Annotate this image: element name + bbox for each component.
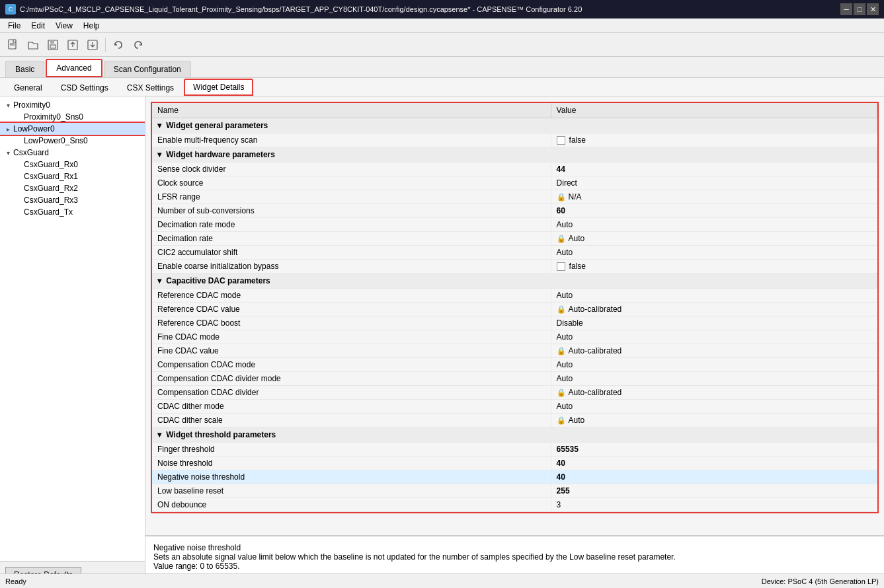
close-button[interactable]: ✕ [867, 3, 879, 15]
tab-csd-settings[interactable]: CSD Settings [52, 80, 117, 96]
tree-item-csxguard-tx[interactable]: CsxGuard_Tx [0, 206, 145, 218]
prop-value-neg-noise-threshold[interactable]: 40 [551, 470, 877, 484]
tree-item-csxguard-rx3[interactable]: CsxGuard_Rx3 [0, 194, 145, 206]
tab-basic[interactable]: Basic [5, 61, 44, 77]
empty-space [145, 519, 884, 535]
tree-item-csxguard-rx1[interactable]: CsxGuard_Rx1 [0, 170, 145, 182]
tab-scan-configuration[interactable]: Scan Configuration [104, 61, 191, 77]
tab-csx-settings[interactable]: CSX Settings [118, 80, 182, 96]
table-row: Fine CDAC value 🔒Auto-calibrated [152, 344, 877, 358]
tree-label-csxguard-rx2: CsxGuard_Rx2 [24, 184, 78, 193]
new-button[interactable] [4, 36, 22, 54]
prop-value-low-baseline-reset[interactable]: 255 [551, 484, 877, 498]
maximize-button[interactable]: □ [854, 3, 865, 15]
prop-name-comp-cdac-mode: Compensation CDAC mode [152, 358, 551, 372]
expand-icon-csxguard[interactable]: ▾ [3, 149, 13, 157]
prop-value-finger-threshold[interactable]: 65535 [551, 443, 877, 457]
prop-name-clock-source: Clock source [152, 176, 551, 190]
menu-view[interactable]: View [50, 20, 78, 32]
lock-icon-ref-cdac-value: 🔒 [557, 305, 566, 314]
title-bar: C C:/mtw/PSoC_4_MSCLP_CAPSENSE_Liquid_To… [0, 0, 884, 18]
menu-help[interactable]: Help [78, 20, 105, 32]
prop-value-num-sub-conv[interactable]: 60 [551, 204, 877, 218]
import-button[interactable] [83, 36, 102, 54]
tree-label-csxguard: CsxGuard [13, 148, 49, 157]
lock-icon-lfsr: 🔒 [557, 193, 566, 202]
expand-icon-proximity0[interactable]: ▾ [3, 102, 13, 109]
open-button[interactable] [24, 36, 42, 54]
prop-value-comp-cdac-mode[interactable]: Auto [551, 358, 877, 372]
prop-value-enable-multi-freq[interactable]: false [551, 133, 877, 147]
tree-label-proximity0-sns0: Proximity0_Sns0 [24, 112, 83, 122]
tree-item-csxguard-rx0[interactable]: CsxGuard_Rx0 [0, 159, 145, 170]
toolbar [0, 33, 884, 57]
expand-icon-lowpower0[interactable]: ▸ [3, 126, 13, 133]
prop-value-coarse-init[interactable]: false [551, 260, 877, 274]
tab-advanced[interactable]: Advanced [46, 59, 102, 77]
prop-value-comp-cdac-divider: 🔒Auto-calibrated [551, 386, 877, 400]
prop-name-sense-clock: Sense clock divider [152, 163, 551, 176]
table-row: CIC2 accumulator shift Auto [152, 246, 877, 260]
tree-label-csxguard-rx0: CsxGuard_Rx0 [24, 160, 78, 169]
collapse-icon-capacitive-dac[interactable]: ▾ [157, 276, 161, 285]
sub-tab-bar: General CSD Settings CSX Settings Widget… [0, 78, 884, 96]
tab-widget-details[interactable]: Widget Details [184, 79, 253, 96]
table-row: Reference CDAC boost Disable [152, 316, 877, 330]
prop-value-decimation-rate-mode[interactable]: Auto [551, 218, 877, 232]
expand-icon-lowpower0-sns0 [13, 137, 24, 145]
undo-button[interactable] [109, 36, 128, 54]
collapse-icon-widget-general[interactable]: ▾ [157, 121, 161, 130]
status-left: Ready [5, 577, 26, 585]
tree-item-csxguard[interactable]: ▾ CsxGuard [0, 147, 145, 159]
section-label-capacitive-dac: ▾ Capacitive DAC parameters [152, 274, 877, 289]
tab-general[interactable]: General [5, 80, 51, 96]
table-row: Reference CDAC value 🔒Auto-calibrated [152, 303, 877, 316]
collapse-icon-widget-threshold[interactable]: ▾ [157, 430, 161, 439]
prop-name-num-sub-conv: Number of sub-conversions [152, 204, 551, 218]
toolbar-separator-1 [105, 38, 106, 52]
prop-name-cdac-dither-scale: CDAC dither scale [152, 414, 551, 427]
detail-main: Name Value ▾ Widget general parameters [145, 96, 884, 535]
table-row: CDAC dither scale 🔒Auto [152, 414, 877, 427]
checkbox-coarse-init[interactable] [557, 262, 565, 271]
prop-name-cic2-shift: CIC2 accumulator shift [152, 246, 551, 260]
save-button[interactable] [44, 36, 62, 54]
tree-label-lowpower0-sns0: LowPower0_Sns0 [24, 136, 88, 145]
prop-value-noise-threshold[interactable]: 40 [551, 457, 877, 470]
tree-panel: ▾ Proximity0 Proximity0_Sns0 ▸ LowPower0 [0, 96, 145, 561]
status-bar: Ready Device: PSoC 4 (5th Generation LP) [0, 573, 884, 588]
minimize-button[interactable]: ─ [840, 3, 852, 15]
collapse-icon-widget-hardware[interactable]: ▾ [157, 150, 161, 159]
prop-value-decimation-rate: 🔒Auto [551, 232, 877, 246]
tree-item-proximity0-sns0[interactable]: Proximity0_Sns0 [0, 111, 145, 123]
tree-item-proximity0[interactable]: ▾ Proximity0 [0, 99, 145, 111]
redo-button[interactable] [129, 36, 147, 54]
prop-value-fine-cdac-mode[interactable]: Auto [551, 330, 877, 344]
lock-icon-fine-cdac-value: 🔒 [557, 347, 566, 355]
tree-item-lowpower0-sns0[interactable]: LowPower0_Sns0 [0, 135, 145, 147]
table-row: Fine CDAC mode Auto [152, 330, 877, 344]
prop-value-cdac-dither-mode[interactable]: Auto [551, 400, 877, 414]
window-controls[interactable]: ─ □ ✕ [840, 3, 879, 15]
tree-item-lowpower0[interactable]: ▸ LowPower0 [0, 123, 145, 135]
prop-value-lfsr-range: 🔒N/A [551, 190, 877, 204]
prop-name-ref-cdac-value: Reference CDAC value [152, 303, 551, 316]
expand-icon-csxguard-rx0 [13, 161, 24, 168]
tree-item-csxguard-rx2[interactable]: CsxGuard_Rx2 [0, 182, 145, 194]
prop-value-on-debounce[interactable]: 3 [551, 498, 877, 512]
prop-value-clock-source[interactable]: Direct [551, 176, 877, 190]
prop-value-comp-cdac-div-mode[interactable]: Auto [551, 372, 877, 386]
table-row: LFSR range 🔒N/A [152, 190, 877, 204]
menu-edit[interactable]: Edit [26, 20, 50, 32]
prop-value-sense-clock[interactable]: 44 [551, 163, 877, 176]
section-label-widget-general: ▾ Widget general parameters [152, 118, 877, 133]
prop-value-ref-cdac-boost[interactable]: Disable [551, 316, 877, 330]
table-row: Finger threshold 65535 [152, 443, 877, 457]
checkbox-enable-multi-freq[interactable] [557, 136, 565, 145]
export-button[interactable] [63, 36, 82, 54]
table-row: Clock source Direct [152, 176, 877, 190]
menu-file[interactable]: File [3, 20, 26, 32]
prop-name-on-debounce: ON debounce [152, 498, 551, 512]
prop-value-ref-cdac-mode[interactable]: Auto [551, 289, 877, 303]
prop-value-cic2-shift[interactable]: Auto [551, 246, 877, 260]
